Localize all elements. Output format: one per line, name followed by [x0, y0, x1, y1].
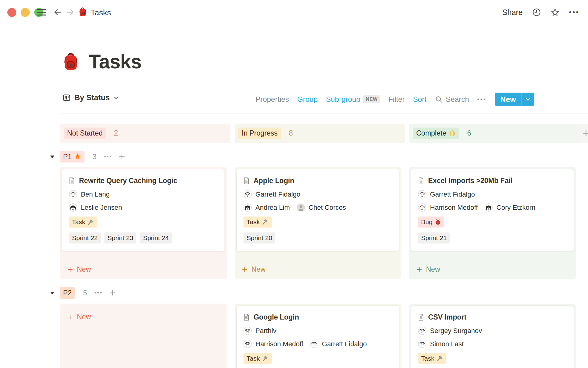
- assignee[interactable]: Harrison Medoff: [243, 340, 303, 348]
- view-toolbar: By Status Properties Group Sub-group NEW…: [60, 91, 588, 107]
- group-chip-p2[interactable]: P2: [60, 287, 75, 299]
- add-column-header: [578, 124, 588, 143]
- group-add-icon[interactable]: [118, 153, 126, 160]
- assignee-name: Sergey Surganov: [430, 327, 482, 335]
- group-more-icon[interactable]: •••: [104, 153, 112, 160]
- page-backpack-icon[interactable]: [62, 52, 79, 71]
- assignee[interactable]: Garrett Fidalgo: [418, 190, 475, 198]
- sprint-chip-label: Sprint 23: [107, 233, 133, 243]
- new-card-button[interactable]: New: [236, 265, 399, 274]
- more-options-icon[interactable]: •••: [569, 8, 579, 17]
- assignee-row: Simon Last: [418, 340, 567, 348]
- assignee[interactable]: Andrea Lim: [243, 203, 290, 212]
- column-status-chip[interactable]: Complete: [413, 128, 459, 139]
- avatar: [69, 190, 77, 198]
- assignee[interactable]: Chet Corcos: [297, 203, 346, 212]
- doc-icon: [243, 314, 249, 321]
- new-card-button[interactable]: New: [411, 265, 574, 274]
- subgroup-button[interactable]: Sub-group NEW: [326, 95, 380, 104]
- group-more-icon[interactable]: •••: [94, 289, 103, 296]
- chevron-down-icon: [113, 95, 119, 101]
- avatar: [310, 340, 318, 348]
- tag-row: Task: [418, 353, 567, 364]
- card-title: Rewrite Query Caching Logic: [79, 176, 177, 185]
- card-title-row: Rewrite Query Caching Logic: [69, 176, 218, 185]
- column-count: 2: [114, 129, 118, 137]
- assignee-name: Andrea Lim: [255, 204, 290, 212]
- sidebar-menu-icon[interactable]: [37, 8, 47, 16]
- group-toggle-icon[interactable]: [49, 290, 55, 296]
- star-icon[interactable]: [550, 8, 560, 17]
- assignee[interactable]: Ben Lang: [69, 190, 110, 198]
- filter-button[interactable]: Filter: [388, 95, 405, 104]
- assignee[interactable]: Cory Etzkorn: [484, 203, 535, 212]
- task-card[interactable]: Google Login Parthiv Harrison Medoff Gar…: [236, 305, 399, 368]
- column-status-chip[interactable]: Not Started: [64, 128, 106, 139]
- group-add-icon[interactable]: [109, 289, 116, 297]
- share-button[interactable]: Share: [502, 8, 523, 17]
- assignee-name: Harrison Medoff: [255, 340, 303, 348]
- tag-chip: Task: [243, 217, 272, 228]
- properties-button[interactable]: Properties: [255, 95, 289, 104]
- assignee[interactable]: Harrison Medoff: [418, 203, 478, 212]
- forward-icon[interactable]: [66, 8, 75, 17]
- avatar: [484, 203, 493, 212]
- avatar: [297, 203, 305, 212]
- tag-row: Task: [243, 353, 392, 364]
- task-card[interactable]: Rewrite Query Caching Logic Ben Lang Les…: [62, 169, 225, 251]
- chevron-down-icon[interactable]: [522, 93, 534, 106]
- task-card[interactable]: CSV Import Sergey Surganov Simon LastTas…: [411, 305, 574, 368]
- group-row-p2: P25•••: [49, 287, 116, 299]
- card-title: Google Login: [254, 312, 299, 322]
- group-count: 5: [83, 289, 87, 297]
- column-status-chip-label: Complete: [416, 129, 446, 137]
- avatar: [243, 190, 252, 198]
- assignee[interactable]: Garrett Fidalgo: [310, 340, 367, 348]
- tag-chip-label: Task: [72, 217, 85, 227]
- toolbar-divider: [60, 113, 588, 113]
- toolbar-more-icon[interactable]: •••: [477, 96, 487, 103]
- add-column-icon[interactable]: [582, 129, 588, 137]
- new-card-button[interactable]: New: [62, 265, 225, 274]
- plus-icon: [67, 314, 74, 320]
- assignee[interactable]: Parthiv: [243, 327, 276, 335]
- task-card[interactable]: Excel Imports >20Mb Fail Garrett Fidalgo…: [411, 169, 574, 251]
- doc-icon: [243, 177, 249, 184]
- assignee[interactable]: Simon Last: [418, 340, 464, 348]
- group-toggle-icon[interactable]: [49, 154, 55, 160]
- tag-chip-label: Task: [421, 354, 434, 363]
- column-status-chip[interactable]: In Progress: [238, 128, 281, 139]
- group-button[interactable]: Group: [297, 95, 318, 104]
- back-icon[interactable]: [53, 8, 62, 17]
- sprint-chip: Sprint 24: [140, 232, 172, 243]
- avatar: [243, 203, 252, 212]
- view-label: By Status: [74, 93, 110, 102]
- group-chip-p1-label: P1: [63, 153, 72, 161]
- assignee[interactable]: Garrett Fidalgo: [243, 190, 300, 198]
- p1-not-started-section: Rewrite Query Caching Logic Ben Lang Les…: [60, 167, 227, 279]
- board-view-icon: [62, 94, 71, 102]
- assignee-row: Harrison Medoff Garrett Fidalgo: [243, 340, 392, 348]
- window-title: Tasks: [91, 8, 111, 17]
- group-chip-p1[interactable]: P1: [60, 151, 85, 163]
- task-card[interactable]: Apple Login Garrett Fidalgo Andrea Lim C…: [236, 169, 399, 251]
- new-button-label: New: [495, 93, 522, 106]
- assignee-name: Leslie Jensen: [81, 204, 122, 212]
- column-count: 6: [467, 129, 471, 137]
- close-window-button[interactable]: [7, 8, 16, 17]
- column-status-chip-label: In Progress: [242, 129, 278, 137]
- tag-chip-label: Bug: [421, 217, 432, 227]
- search-button[interactable]: Search: [435, 95, 469, 104]
- new-card-button[interactable]: New: [62, 313, 225, 321]
- sprint-chip: Sprint 23: [104, 232, 136, 243]
- new-button[interactable]: New: [495, 93, 534, 106]
- sprint-chip-label: Sprint 20: [247, 233, 272, 243]
- minimize-window-button[interactable]: [21, 8, 30, 17]
- assignee-name: Garrett Fidalgo: [430, 190, 475, 198]
- assignee[interactable]: Leslie Jensen: [69, 203, 122, 212]
- sort-button[interactable]: Sort: [413, 95, 427, 104]
- view-switcher[interactable]: By Status: [62, 93, 119, 102]
- assignee[interactable]: Sergey Surganov: [418, 327, 482, 335]
- clock-icon[interactable]: [532, 8, 541, 17]
- group-row-p1: P1 3•••: [49, 151, 126, 163]
